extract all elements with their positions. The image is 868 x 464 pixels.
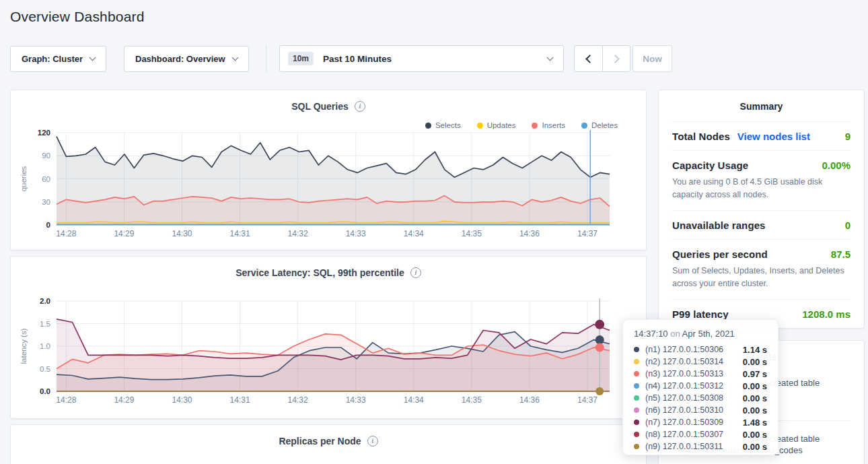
capacity-value: 0.00%	[822, 160, 851, 171]
node-address: (n3) 127.0.0.1:50313	[645, 369, 743, 378]
svg-text:1.0: 1.0	[40, 342, 50, 350]
service-latency-title-row: Service Latency: SQL, 99th percentile i	[11, 267, 646, 278]
sql-queries-title-row: SQL Queries i	[11, 101, 646, 112]
time-range-label: Past 10 Minutes	[323, 54, 392, 64]
summary-row-total-nodes: Total Nodes View nodes list 9	[672, 121, 851, 150]
node-color-dot-icon	[634, 383, 639, 389]
service-latency-card: Service Latency: SQL, 99th percentile i …	[10, 256, 647, 419]
qps-desc: Sum of Selects, Updates, Inserts, and De…	[672, 265, 851, 291]
svg-text:2.0: 2.0	[40, 297, 50, 305]
tooltip-time: 14:37:10	[634, 329, 668, 339]
qps-value: 87.5	[831, 248, 851, 260]
svg-text:14:37: 14:37	[577, 229, 598, 238]
capacity-label: Capacity Usage	[672, 160, 748, 171]
now-button[interactable]: Now	[632, 45, 672, 72]
svg-text:14:28: 14:28	[56, 229, 76, 238]
unavailable-ranges-value: 0	[845, 220, 851, 231]
time-nav-group	[574, 45, 630, 72]
qps-label: Queries per second	[672, 248, 768, 260]
tooltip-rows: (n1) 127.0.0.1:50306 1.14 s (n2) 127.0.0…	[634, 343, 767, 453]
svg-text:14:36: 14:36	[519, 229, 540, 238]
node-latency-value: 0.00 s	[743, 381, 767, 391]
sql-queries-chart[interactable]: 14:2814:2914:3014:3114:3214:3314:3414:35…	[11, 127, 646, 253]
graph-dropdown[interactable]: Graph: Cluster	[10, 46, 106, 72]
tooltip-node-row: (n2) 127.0.0.1:50314 0.00 s	[634, 356, 767, 368]
replicas-title: Replicas per Node	[279, 436, 361, 446]
info-icon[interactable]: i	[355, 101, 365, 112]
node-color-dot-icon	[634, 359, 639, 364]
time-back-button[interactable]	[575, 46, 602, 71]
info-icon[interactable]: i	[367, 436, 378, 446]
time-forward-button[interactable]	[602, 46, 630, 71]
svg-text:14:30: 14:30	[172, 395, 192, 405]
node-address: (n8) 127.0.0.1:50307	[645, 430, 743, 439]
time-range-badge: 10m	[288, 52, 314, 65]
svg-text:14:37: 14:37	[577, 395, 598, 405]
svg-text:14:30: 14:30	[172, 229, 192, 238]
replicas-per-node-card: Replicas per Node i	[10, 424, 647, 464]
service-latency-chart[interactable]: 14:2814:2914:3014:3114:3214:3314:3414:35…	[11, 294, 646, 421]
node-latency-value: 0.00 s	[743, 430, 767, 440]
node-latency-value: 0.97 s	[743, 369, 767, 379]
svg-text:14:35: 14:35	[462, 395, 482, 405]
dashboard-dropdown-label: Dashboard: Overview	[135, 54, 225, 64]
tooltip-node-row: (n1) 127.0.0.1:50306 1.14 s	[634, 343, 767, 356]
svg-text:14:28: 14:28	[56, 395, 76, 405]
svg-text:14:29: 14:29	[114, 395, 134, 405]
svg-text:1.5: 1.5	[40, 320, 50, 328]
tooltip-node-row: (n9) 127.0.0.1:50311 0.00 s	[634, 440, 767, 453]
dashboard-dropdown[interactable]: Dashboard: Overview	[124, 46, 249, 72]
summary-row-qps: Queries per second 87.5 Sum of Selects, …	[672, 239, 851, 299]
node-latency-value: 1.14 s	[743, 345, 767, 355]
graph-dropdown-label: Graph: Cluster	[22, 54, 83, 64]
summary-heading: Summary	[672, 90, 851, 121]
summary-row-capacity: Capacity Usage 0.00% You are using 0 B o…	[672, 150, 851, 210]
tooltip-node-row: (n4) 127.0.0.1:50312 0.00 s	[634, 380, 767, 392]
tooltip-node-row: (n6) 127.0.0.1:50310 0.00 s	[634, 404, 767, 416]
svg-text:14:31: 14:31	[230, 229, 250, 238]
time-range-picker[interactable]: 10m Past 10 Minutes	[279, 45, 564, 72]
node-latency-value: 0.00 s	[743, 357, 767, 367]
svg-text:60: 60	[42, 175, 50, 183]
sql-queries-title: SQL Queries	[291, 101, 349, 112]
svg-text:14:31: 14:31	[230, 395, 250, 405]
node-address: (n9) 127.0.0.1:50311	[645, 442, 743, 451]
node-latency-value: 0.00 s	[743, 442, 767, 452]
info-icon[interactable]: i	[410, 267, 421, 278]
chevron-down-icon	[231, 55, 238, 61]
view-nodes-list-link[interactable]: View nodes list	[737, 131, 810, 142]
svg-text:14:32: 14:32	[288, 395, 308, 405]
node-address: (n6) 127.0.0.1:50310	[645, 405, 743, 415]
overview-dashboard-page: Overview Dashboard Graph: Cluster Dashbo…	[0, 0, 868, 464]
svg-text:14:34: 14:34	[404, 395, 424, 405]
p99-latency-label: P99 latency	[672, 308, 729, 320]
svg-text:30: 30	[42, 198, 50, 206]
svg-text:14:29: 14:29	[114, 229, 134, 238]
svg-text:14:35: 14:35	[462, 229, 482, 238]
node-color-dot-icon	[634, 371, 639, 376]
svg-text:0.5: 0.5	[40, 365, 50, 373]
node-address: (n2) 127.0.0.1:50314	[645, 357, 743, 366]
svg-text:120: 120	[38, 129, 50, 137]
svg-text:14:33: 14:33	[346, 395, 366, 405]
node-address: (n7) 127.0.0.1:50309	[645, 418, 743, 427]
summary-row-unavailable: Unavailable ranges 0	[672, 210, 851, 239]
sql-queries-card: SQL Queries i Selects Updates Inserts	[10, 90, 647, 251]
tooltip-node-row: (n3) 127.0.0.1:50313 0.97 s	[634, 368, 767, 380]
node-latency-value: 1.48 s	[743, 418, 767, 428]
node-address: (n1) 127.0.0.1:50306	[645, 345, 743, 354]
chevron-left-icon	[585, 55, 594, 63]
node-color-dot-icon	[634, 444, 639, 449]
node-color-dot-icon	[634, 395, 639, 401]
node-color-dot-icon	[634, 420, 639, 425]
unavailable-ranges-label: Unavailable ranges	[672, 220, 766, 231]
node-color-dot-icon	[634, 347, 639, 352]
capacity-desc: You are using 0 B of 4.5 GiB usable disk…	[672, 176, 851, 202]
tooltip-date: Apr 5th, 2021	[682, 329, 735, 339]
svg-text:90: 90	[42, 152, 50, 160]
page-title: Overview Dashboard	[10, 9, 145, 25]
svg-text:latency (s): latency (s)	[20, 328, 28, 364]
node-color-dot-icon	[634, 432, 639, 437]
toolbar-divider	[266, 46, 266, 72]
svg-text:14:34: 14:34	[404, 229, 424, 238]
